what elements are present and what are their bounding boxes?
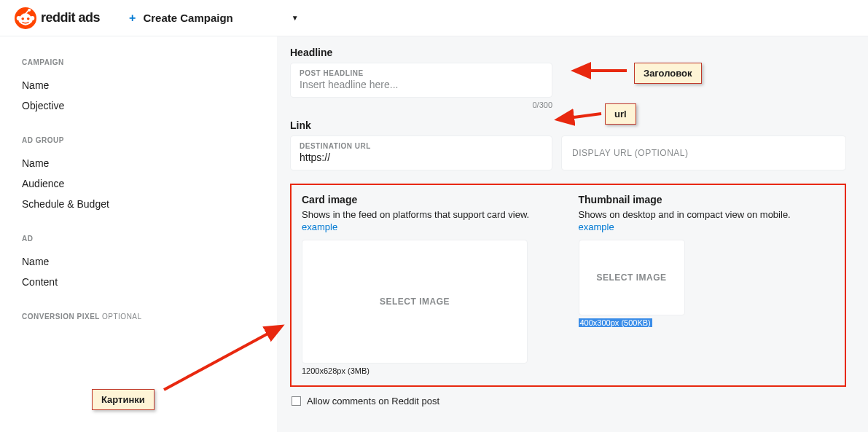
svg-point-8 xyxy=(28,8,31,11)
sidebar-section-adgroup: AD GROUP Name Audience Schedule & Budget xyxy=(22,136,262,214)
card-example-link[interactable]: example xyxy=(302,221,558,232)
svg-point-5 xyxy=(21,17,24,20)
create-campaign-label: Create Campaign xyxy=(143,12,232,24)
headline-mini-label: POST HEADLINE xyxy=(300,69,543,77)
card-size-text: 1200x628px (3MB) xyxy=(302,366,558,375)
logo: reddit ads xyxy=(15,7,100,29)
sidebar-item-content[interactable]: Content xyxy=(22,272,262,292)
annotation-title: Заголовок xyxy=(634,63,702,84)
top-header: reddit ads + Create Campaign ▼ xyxy=(0,0,868,36)
thumb-example-link[interactable]: example xyxy=(579,221,835,232)
sidebar-item-name[interactable]: Name xyxy=(22,75,262,95)
svg-line-10 xyxy=(568,114,601,118)
headline-input-box[interactable]: POST HEADLINE xyxy=(290,63,552,98)
sidebar-section-ad: AD Name Content xyxy=(22,235,262,292)
dest-mini-label: DESTINATION URL xyxy=(300,142,543,150)
sidebar-item-schedule-budget[interactable]: Schedule & Budget xyxy=(22,194,262,214)
sidebar-heading: CAMPAIGN xyxy=(22,58,262,66)
images-section: Card image Shows in the feed on platform… xyxy=(290,184,846,387)
thumbnail-image-column: Thumbnail image Shows on desktop and in … xyxy=(579,194,835,375)
thumb-select-image-button[interactable]: SELECT IMAGE xyxy=(579,240,685,315)
sidebar-heading: CONVERSION PIXEL OPTIONAL xyxy=(22,313,262,321)
sidebar-item-name[interactable]: Name xyxy=(22,153,262,173)
sidebar-item-name[interactable]: Name xyxy=(22,251,262,272)
annotation-url: url xyxy=(605,103,636,125)
annotation-arrow-icon xyxy=(561,102,605,122)
allow-comments-row: Allow comments on Reddit post xyxy=(292,396,846,407)
main-layout: CAMPAIGN Name Objective AD GROUP Name Au… xyxy=(0,36,868,432)
svg-point-4 xyxy=(30,16,34,20)
card-select-image-button[interactable]: SELECT IMAGE xyxy=(302,240,528,364)
chevron-down-icon[interactable]: ▼ xyxy=(292,14,299,22)
sidebar-section-conversion: CONVERSION PIXEL OPTIONAL xyxy=(22,313,262,321)
sidebar-heading-suffix: OPTIONAL xyxy=(102,313,142,321)
svg-line-11 xyxy=(164,331,272,390)
display-url-box[interactable]: DISPLAY URL (OPTIONAL) xyxy=(561,136,846,170)
thumb-image-desc: Shows on desktop and in compact view on … xyxy=(579,208,835,221)
card-image-heading: Card image xyxy=(302,194,558,205)
link-row: DESTINATION URL DISPLAY URL (OPTIONAL) xyxy=(290,136,846,170)
thumb-size-text: 400x300px (500KB) xyxy=(579,318,835,327)
allow-comments-label: Allow comments on Reddit post xyxy=(307,396,439,407)
destination-url-input[interactable] xyxy=(300,152,543,163)
brand-text: reddit ads xyxy=(41,10,100,25)
reddit-logo-icon xyxy=(15,7,36,29)
card-image-desc: Shows in the feed on platforms that supp… xyxy=(302,208,558,221)
sidebar-heading-text: CONVERSION PIXEL xyxy=(22,313,100,321)
sidebar-item-objective[interactable]: Objective xyxy=(22,95,262,116)
headline-input[interactable] xyxy=(300,79,543,90)
sidebar-item-audience[interactable]: Audience xyxy=(22,173,262,194)
sidebar-heading: AD xyxy=(22,235,262,243)
annotation-images: Картинки xyxy=(92,389,155,410)
annotation-arrow-icon xyxy=(579,62,630,79)
form-content: Headline POST HEADLINE 0/300 Link DESTIN… xyxy=(277,36,868,432)
create-campaign-button[interactable]: + Create Campaign ▼ xyxy=(129,12,299,25)
headline-counter: 0/300 xyxy=(290,101,552,109)
svg-point-3 xyxy=(17,16,21,20)
sidebar-section-campaign: CAMPAIGN Name Objective xyxy=(22,58,262,116)
svg-point-6 xyxy=(27,17,30,20)
headline-label: Headline xyxy=(290,47,846,58)
display-url-placeholder: DISPLAY URL (OPTIONAL) xyxy=(572,148,688,158)
thumb-image-heading: Thumbnail image xyxy=(579,194,835,205)
annotation-arrow-icon xyxy=(157,324,281,397)
card-image-column: Card image Shows in the feed on platform… xyxy=(302,194,558,375)
allow-comments-checkbox[interactable] xyxy=(292,396,301,406)
destination-url-box[interactable]: DESTINATION URL xyxy=(290,136,552,170)
plus-icon: + xyxy=(129,12,136,25)
sidebar-heading: AD GROUP xyxy=(22,136,262,144)
